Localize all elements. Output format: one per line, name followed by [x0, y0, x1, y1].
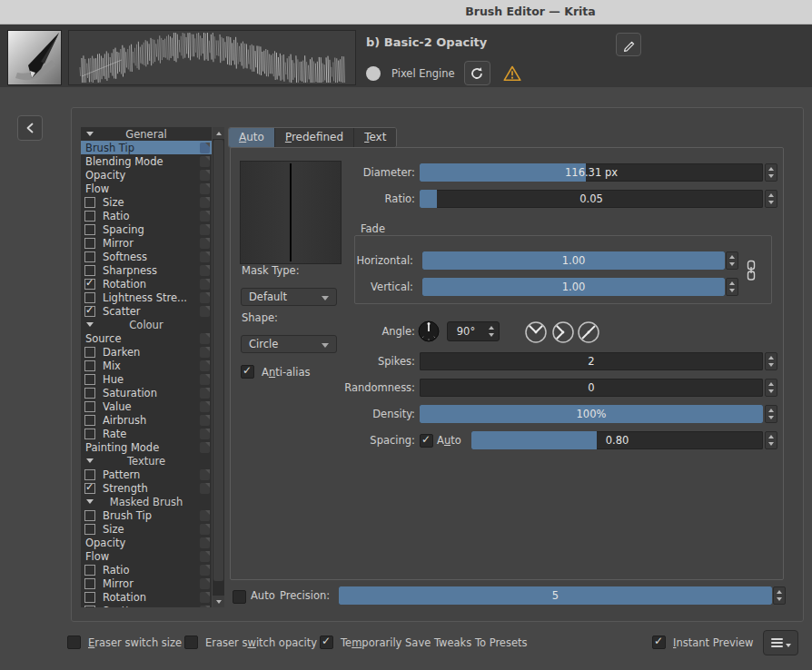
sidebar-item-rotation[interactable]: Rotation	[81, 590, 212, 604]
tab-text[interactable]: Text	[354, 128, 396, 147]
instant-preview-checkbox[interactable]	[652, 636, 666, 649]
options-menu-button[interactable]	[763, 630, 798, 655]
sidebar-item-painting-mode[interactable]: Painting Mode	[81, 440, 212, 454]
spacing-spinner[interactable]	[765, 431, 777, 449]
sidebar-item-brush-tip[interactable]: Brush Tip	[81, 508, 212, 522]
sidebar-item-sharpness[interactable]: Sharpness	[81, 263, 212, 277]
collapse-presets-button[interactable]	[17, 115, 43, 141]
sidebar-item-checkbox[interactable]	[84, 415, 95, 426]
diameter-spinner[interactable]	[765, 163, 777, 182]
angle-preset-fan-left-button[interactable]	[551, 320, 575, 344]
sidebar-section-general[interactable]: General	[81, 127, 212, 141]
reload-preset-button[interactable]	[464, 61, 490, 85]
sidebar-item-mirror[interactable]: Mirror	[81, 576, 212, 590]
angle-dial[interactable]	[418, 320, 440, 342]
sidebar-item-checkbox[interactable]	[84, 429, 95, 439]
fade-horizontal-spinner[interactable]	[726, 251, 738, 270]
fade-vertical-slider[interactable]: 1.00	[422, 278, 725, 296]
sidebar-item-saturation[interactable]: Saturation	[81, 386, 212, 399]
sidebar-item-checkbox[interactable]	[84, 306, 95, 317]
sidebar-item-checkbox[interactable]	[84, 524, 95, 535]
sidebar-item-ratio[interactable]: Ratio	[81, 209, 212, 222]
edit-preset-button[interactable]	[616, 33, 641, 56]
sidebar-section-masked-brush[interactable]: Masked Brush	[81, 495, 212, 508]
sidebar-item-checkbox[interactable]	[84, 224, 95, 235]
sidebar-item-checkbox[interactable]	[84, 265, 95, 276]
scroll-down-button[interactable]	[213, 596, 224, 607]
sidebar-item-brush-tip[interactable]: Brush Tip	[81, 141, 212, 154]
tab-auto[interactable]: Auto	[229, 128, 275, 147]
eraser-switch-size-checkbox[interactable]	[67, 636, 81, 649]
spikes-slider[interactable]: 2	[420, 352, 763, 370]
spinbox-arrows[interactable]	[486, 322, 497, 340]
spikes-spinner[interactable]	[765, 352, 777, 370]
sidebar-item-checkbox[interactable]	[84, 211, 95, 222]
sidebar-item-checkbox[interactable]	[84, 279, 95, 290]
sidebar-item-checkbox[interactable]	[84, 292, 95, 303]
ratio-spinner[interactable]	[765, 190, 777, 208]
sidebar-item-checkbox[interactable]	[84, 238, 95, 249]
sidebar-item-hue[interactable]: Hue	[81, 372, 212, 386]
mask-type-dropdown[interactable]: Default	[241, 288, 337, 306]
sidebar-item-value[interactable]: Value	[81, 399, 212, 413]
sidebar-item-checkbox[interactable]	[84, 510, 95, 521]
sidebar-item-pattern[interactable]: Pattern	[81, 468, 212, 481]
sidebar-item-checkbox[interactable]	[84, 565, 95, 576]
sidebar-item-rotation[interactable]: Rotation	[81, 277, 212, 291]
sidebar-item-scatter[interactable]: Scatter	[81, 304, 212, 318]
sidebar-item-rate[interactable]: Rate	[81, 427, 212, 440]
sidebar-item-spacing[interactable]: Spacing	[81, 222, 212, 236]
sidebar-item-checkbox[interactable]	[84, 483, 95, 494]
sidebar-item-source[interactable]: Source	[81, 331, 212, 345]
angle-spinbox[interactable]: 90°	[447, 321, 500, 341]
precision-spinner[interactable]	[773, 586, 786, 605]
sidebar-item-flow[interactable]: Flow	[81, 549, 212, 563]
sidebar-item-checkbox[interactable]	[84, 197, 95, 208]
sidebar-item-size[interactable]: Size	[81, 195, 212, 209]
spacing-slider[interactable]: 0.80	[471, 431, 763, 449]
settings-list-scrollbar[interactable]	[213, 127, 224, 607]
fade-vertical-spinner[interactable]	[726, 278, 738, 296]
sidebar-item-mirror[interactable]: Mirror	[81, 236, 212, 250]
sidebar-section-colour[interactable]: Colour	[81, 318, 212, 331]
precision-auto-checkbox[interactable]	[233, 590, 246, 604]
fade-horizontal-slider[interactable]: 1.00	[422, 251, 725, 270]
sidebar-item-checkbox[interactable]	[84, 388, 95, 399]
sidebar-item-opacity[interactable]: Opacity	[81, 168, 212, 182]
ratio-slider[interactable]: 0.05	[420, 190, 763, 208]
sidebar-item-checkbox[interactable]	[84, 578, 95, 589]
angle-preset-diagonal-button[interactable]	[577, 320, 600, 344]
sidebar-section-texture[interactable]: Texture	[81, 454, 212, 468]
sidebar-item-softness[interactable]: Softness	[81, 250, 212, 263]
eraser-switch-opacity-checkbox[interactable]	[184, 636, 198, 649]
brush-scratchpad[interactable]	[68, 30, 356, 85]
sidebar-item-checkbox[interactable]	[84, 606, 95, 608]
temporarily-save-tweaks-to-presets-checkbox[interactable]	[320, 636, 333, 649]
sidebar-item-flow[interactable]: Flow	[81, 182, 212, 195]
tab-predefined[interactable]: Predefined	[275, 128, 354, 147]
density-slider[interactable]: 100%	[420, 405, 763, 423]
sidebar-item-size[interactable]: Size	[81, 522, 212, 536]
spacing-auto-checkbox[interactable]	[420, 434, 433, 448]
diameter-slider[interactable]: 116.31 px	[420, 163, 763, 182]
precision-slider[interactable]: 5	[339, 586, 772, 605]
sidebar-item-darken[interactable]: Darken	[81, 345, 212, 359]
link-hv-button[interactable]	[746, 260, 757, 281]
sidebar-item-blending-mode[interactable]: Blending Mode	[81, 154, 212, 168]
sidebar-item-checkbox[interactable]	[84, 401, 95, 412]
sidebar-item-lightness-stre[interactable]: Lightness Stre...	[81, 291, 212, 304]
density-spinner[interactable]	[765, 405, 777, 423]
angle-preset-fan-up-button[interactable]	[524, 320, 548, 344]
sidebar-item-checkbox[interactable]	[84, 374, 95, 385]
sidebar-item-checkbox[interactable]	[84, 251, 95, 262]
sidebar-item-airbrush[interactable]: Airbrush	[81, 413, 212, 427]
randomness-slider[interactable]: 0	[420, 379, 763, 397]
randomness-spinner[interactable]	[765, 379, 777, 397]
scroll-up-button[interactable]	[213, 127, 224, 139]
sidebar-item-opacity[interactable]: Opacity	[81, 536, 212, 549]
sidebar-item-strength[interactable]: Strength	[81, 481, 212, 495]
sidebar-item-checkbox[interactable]	[84, 592, 95, 603]
sidebar-item-ratio[interactable]: Ratio	[81, 563, 212, 576]
sidebar-item-scatter[interactable]: Scatter	[81, 604, 212, 607]
sidebar-item-checkbox[interactable]	[84, 360, 95, 371]
